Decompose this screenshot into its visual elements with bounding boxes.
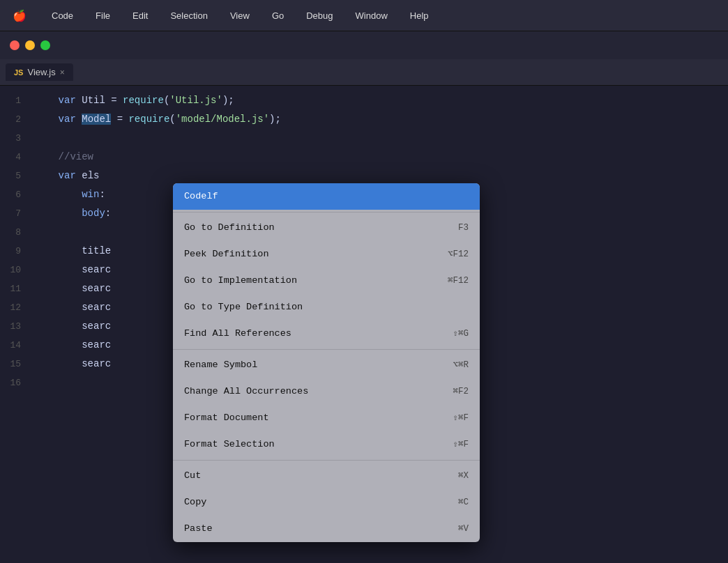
menu-shortcut-copy: ⌘C: [458, 493, 469, 511]
menu-item-label-paste: Paste: [184, 520, 441, 538]
menu-item-label-find-all-references: Find All References: [184, 325, 436, 343]
line-number-12: 12: [0, 299, 35, 317]
context-menu-item-peek-definition[interactable]: Peek Definition ⌥F12: [173, 241, 480, 268]
code-line-5: 5 var els: [0, 167, 728, 185]
context-menu-item-copy[interactable]: Copy ⌘C: [173, 489, 480, 516]
context-menu: Codelf Go to Definition F3 Peek Definiti…: [173, 183, 480, 542]
menu-view[interactable]: View: [226, 9, 254, 22]
menu-selection[interactable]: Selection: [166, 9, 211, 22]
code-line-3: 3: [0, 129, 728, 148]
line-number-2: 2: [0, 111, 35, 129]
minimize-button[interactable]: [25, 40, 35, 50]
code-content-4: //view: [35, 148, 728, 166]
maximize-button[interactable]: [40, 40, 50, 50]
menu-item-label-go-to-definition: Go to Definition: [184, 219, 441, 237]
menu-item-label-codelf: Codelf: [184, 187, 469, 206]
menu-shortcut-paste: ⌘V: [458, 520, 469, 538]
menu-go[interactable]: Go: [268, 9, 288, 22]
titlebar: [0, 31, 728, 59]
context-menu-item-find-all-references[interactable]: Find All References ⇧⌘G: [173, 321, 480, 347]
menu-item-label-peek-definition: Peek Definition: [184, 245, 431, 263]
code-line-4: 4 //view: [0, 148, 728, 167]
tab-viewjs[interactable]: JS View.js ×: [6, 63, 73, 81]
menu-shortcut-rename-symbol: ⌥⌘R: [453, 356, 469, 374]
line-number-11: 11: [0, 280, 35, 298]
line-number-7: 7: [0, 205, 35, 223]
code-content-3: [35, 129, 728, 147]
line-number-16: 16: [0, 374, 35, 392]
context-menu-item-go-to-definition[interactable]: Go to Definition F3: [173, 215, 480, 241]
line-number-1: 1: [0, 92, 35, 110]
context-menu-item-go-to-implementation[interactable]: Go to Implementation ⌘F12: [173, 268, 480, 294]
context-menu-item-go-to-type-definition[interactable]: Go to Type Definition: [173, 294, 480, 321]
menu-window[interactable]: Window: [351, 9, 392, 22]
menu-shortcut-go-to-implementation: ⌘F12: [448, 272, 469, 290]
apple-menu[interactable]: 🍎: [8, 8, 31, 24]
context-menu-item-rename-symbol[interactable]: Rename Symbol ⌥⌘R: [173, 352, 480, 378]
context-menu-item-cut[interactable]: Cut ⌘X: [173, 463, 480, 489]
line-number-13: 13: [0, 318, 35, 336]
menu-item-label-go-to-implementation: Go to Implementation: [184, 272, 431, 290]
menu-help[interactable]: Help: [406, 9, 433, 22]
context-menu-item-change-all-occurrences[interactable]: Change All Occurrences ⌘F2: [173, 378, 480, 405]
tabbar: JS View.js ×: [0, 59, 728, 86]
line-number-10: 10: [0, 261, 35, 279]
line-number-8: 8: [0, 224, 35, 242]
context-menu-item-format-selection[interactable]: Format Selection ⇧⌘F: [173, 431, 480, 458]
line-number-6: 6: [0, 186, 35, 204]
menu-shortcut-peek-definition: ⌥F12: [448, 245, 469, 263]
menu-item-label-change-all-occurrences: Change All Occurrences: [184, 383, 436, 401]
code-content-5: var els: [35, 167, 728, 185]
menu-file[interactable]: File: [91, 9, 114, 22]
line-number-4: 4: [0, 148, 35, 167]
line-number-9: 9: [0, 242, 35, 261]
editor[interactable]: 1 var Util = require('Util.js'); 2 var M…: [0, 86, 728, 563]
menu-item-label-cut: Cut: [184, 467, 441, 485]
context-menu-item-paste[interactable]: Paste ⌘V: [173, 516, 480, 542]
tab-filename: View.js: [27, 67, 55, 77]
menu-shortcut-go-to-definition: F3: [458, 219, 469, 237]
menubar: 🍎 Code File Edit Selection View Go Debug…: [0, 0, 728, 31]
line-number-5: 5: [0, 167, 35, 185]
code-line-2: 2 var Model = require('model/Model.js');: [0, 110, 728, 129]
menu-shortcut-format-selection: ⇧⌘F: [453, 435, 469, 454]
line-number-14: 14: [0, 337, 35, 355]
context-menu-item-format-document[interactable]: Format Document ⇧⌘F: [173, 405, 480, 431]
context-menu-item-codelf[interactable]: Codelf: [173, 183, 480, 210]
js-badge: JS: [14, 68, 23, 77]
code-content-1: var Util = require('Util.js');: [35, 91, 728, 109]
menu-separator-3: [173, 460, 480, 461]
line-number-15: 15: [0, 355, 35, 373]
close-button[interactable]: [10, 40, 20, 50]
menu-shortcut-format-document: ⇧⌘F: [453, 409, 469, 427]
menu-code[interactable]: Code: [47, 9, 77, 22]
menu-item-label-rename-symbol: Rename Symbol: [184, 356, 436, 374]
menu-shortcut-change-all-occurrences: ⌘F2: [453, 383, 469, 401]
tab-close-button[interactable]: ×: [60, 68, 65, 77]
code-content-2: var Model = require('model/Model.js');: [35, 110, 728, 128]
menu-item-label-go-to-type-definition: Go to Type Definition: [184, 298, 469, 316]
menu-separator-1: [173, 212, 480, 213]
menu-item-label-copy: Copy: [184, 493, 441, 511]
line-number-3: 3: [0, 130, 35, 148]
menu-debug[interactable]: Debug: [302, 9, 337, 22]
menu-shortcut-find-all-references: ⇧⌘G: [453, 325, 469, 343]
menu-separator-2: [173, 349, 480, 350]
code-line-1: 1 var Util = require('Util.js');: [0, 91, 728, 110]
menu-shortcut-cut: ⌘X: [458, 467, 469, 485]
menu-edit[interactable]: Edit: [128, 9, 152, 22]
menu-item-label-format-selection: Format Selection: [184, 435, 436, 454]
menu-item-label-format-document: Format Document: [184, 409, 436, 427]
